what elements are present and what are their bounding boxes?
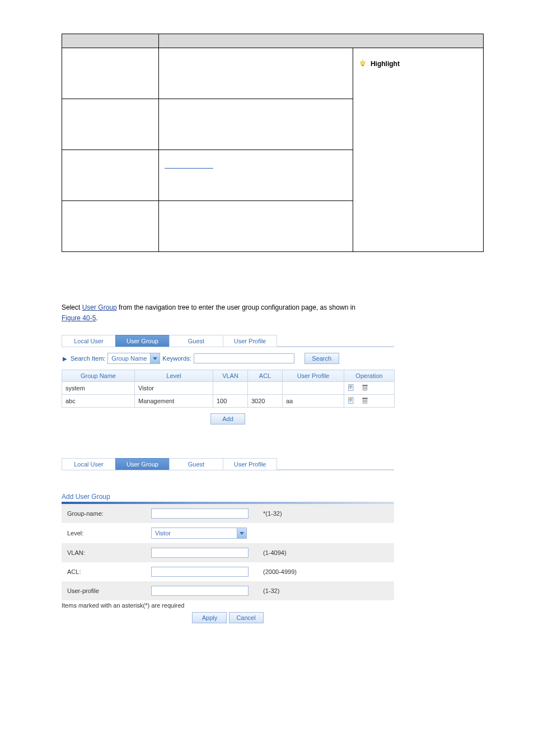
def-inline-link[interactable] — [165, 161, 213, 169]
tab-user-profile[interactable]: User Profile — [223, 458, 277, 470]
user-group-nav-link[interactable]: User Group — [82, 304, 117, 311]
svg-rect-13 — [362, 398, 367, 399]
cell-operation — [344, 382, 395, 395]
cell-acl: 3020 — [248, 395, 283, 408]
acl-input[interactable] — [151, 567, 249, 577]
tabs: Local User User Group Guest User Profile — [62, 458, 394, 470]
tab-guest[interactable]: Guest — [169, 458, 223, 470]
def-cell — [62, 48, 159, 99]
tab-guest[interactable]: Guest — [169, 335, 223, 347]
narrative-paragraph: Select User Group from the navigation tr… — [62, 302, 484, 324]
definition-table: Highlight — [62, 34, 484, 252]
cell-acl — [248, 382, 283, 395]
narrative-text: Select — [62, 304, 82, 311]
col-acl: ACL — [248, 370, 283, 382]
level-select[interactable]: Vistor — [151, 528, 247, 539]
highlight-callout: Highlight — [353, 48, 483, 252]
vlan-label: VLAN: — [62, 543, 146, 562]
def-cell — [159, 48, 353, 99]
level-hint — [257, 523, 394, 543]
panel-title: Add User Group — [62, 493, 394, 501]
tab-user-group[interactable]: User Group — [115, 335, 170, 347]
cell-level: Vistor — [135, 382, 213, 395]
cell-group-name: abc — [62, 395, 135, 408]
cell-user-profile — [283, 382, 344, 395]
vlan-input[interactable] — [151, 548, 249, 558]
def-cell — [62, 150, 159, 201]
cell-vlan: 100 — [213, 395, 248, 408]
narrative-text: . — [96, 314, 97, 322]
cell-group-name: system — [62, 382, 135, 395]
tab-spacer — [277, 335, 394, 347]
keywords-label: Keywords: — [162, 355, 191, 362]
def-cell — [62, 201, 159, 252]
user-group-list-figure: Local User User Group Guest User Profile… — [62, 335, 394, 424]
search-bar: ▶ Search Item: Group Name Keywords: Sear… — [62, 347, 394, 370]
cell-user-profile: aa — [283, 395, 344, 408]
delete-icon[interactable] — [361, 396, 369, 405]
cancel-button[interactable]: Cancel — [229, 612, 264, 623]
svg-rect-7 — [362, 385, 367, 386]
table-header-row: Group Name Level VLAN ACL User Profile O… — [62, 370, 395, 382]
def-cell — [159, 201, 353, 252]
group-name-label: Group-name: — [62, 504, 146, 523]
group-name-input[interactable] — [151, 508, 249, 519]
keywords-input[interactable] — [194, 353, 294, 363]
svg-line-1 — [359, 61, 360, 62]
search-item-value: Group Name — [108, 355, 150, 362]
level-label: Level: — [62, 523, 146, 543]
add-user-group-form: Group-name: *(1-32) Level: Vistor VLAN: … — [62, 504, 394, 600]
vlan-hint: (1-4094) — [257, 543, 394, 562]
caret-icon: ▶ — [63, 356, 67, 362]
user-group-table: Group Name Level VLAN ACL User Profile O… — [62, 370, 395, 408]
chevron-down-icon — [150, 353, 160, 363]
acl-hint: (2000-4999) — [257, 562, 394, 581]
add-user-group-figure: Local User User Group Guest User Profile… — [62, 458, 394, 623]
def-cell — [159, 99, 353, 150]
apply-button[interactable]: Apply — [192, 612, 227, 623]
group-name-hint: *(1-32) — [257, 504, 394, 523]
add-button[interactable]: Add — [210, 413, 245, 424]
col-operation: Operation — [344, 370, 395, 382]
cell-vlan — [213, 382, 248, 395]
def-cell — [159, 150, 353, 201]
tab-user-group[interactable]: User Group — [115, 458, 170, 470]
required-note: Items marked with an asterisk(*) are req… — [62, 602, 394, 609]
svg-rect-4 — [362, 65, 363, 66]
edit-icon[interactable] — [348, 396, 355, 405]
table-row: abc Management 100 3020 aa — [62, 395, 395, 408]
narrative-text: from the navigation tree to enter the us… — [117, 304, 355, 311]
acl-label: ACL: — [62, 562, 146, 581]
col-level: Level — [135, 370, 213, 382]
lightbulb-icon — [359, 59, 367, 69]
col-user-profile: User Profile — [283, 370, 344, 382]
cell-operation — [344, 395, 395, 408]
search-item-label: Search Item: — [71, 355, 105, 362]
tab-user-profile[interactable]: User Profile — [223, 335, 277, 347]
def-header-2 — [159, 34, 484, 48]
highlight-label: Highlight — [371, 60, 400, 68]
chevron-down-icon — [237, 528, 246, 538]
search-item-select[interactable]: Group Name — [107, 353, 160, 364]
svg-point-3 — [360, 62, 364, 66]
user-profile-input[interactable] — [151, 586, 249, 596]
level-select-value: Vistor — [152, 530, 237, 536]
tab-spacer — [277, 458, 394, 470]
col-vlan: VLAN — [213, 370, 248, 382]
user-profile-label: User-profile — [62, 581, 146, 600]
delete-icon[interactable] — [361, 384, 369, 393]
cell-level: Management — [135, 395, 213, 408]
svg-line-2 — [364, 61, 366, 62]
user-profile-hint: (1-32) — [257, 581, 394, 600]
search-button[interactable]: Search — [305, 353, 339, 364]
table-row: system Vistor — [62, 382, 395, 395]
tabs: Local User User Group Guest User Profile — [62, 335, 394, 347]
tab-local-user[interactable]: Local User — [62, 335, 116, 347]
figure-link-40-5[interactable]: Figure 40-5 — [62, 314, 96, 322]
col-group-name: Group Name — [62, 370, 135, 382]
edit-icon[interactable] — [348, 384, 355, 393]
tab-local-user[interactable]: Local User — [62, 458, 116, 470]
def-cell — [62, 99, 159, 150]
def-header-1 — [62, 34, 159, 48]
